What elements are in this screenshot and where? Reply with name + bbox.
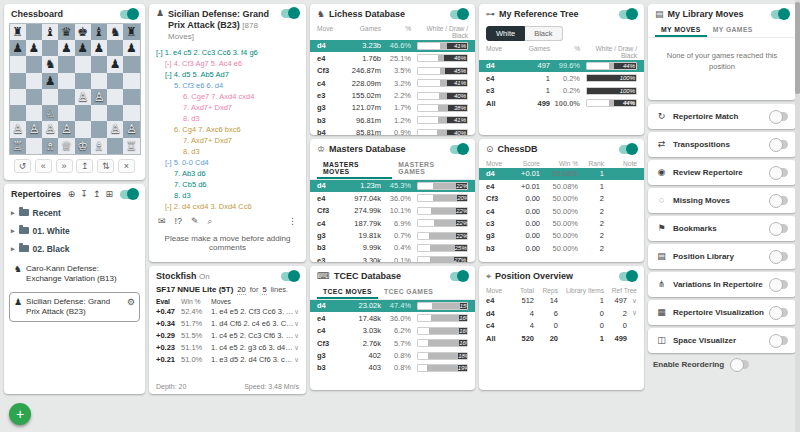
lichess-toggle[interactable]	[450, 10, 468, 19]
moves-table-row[interactable]: c43.03k6.2%16%	[310, 325, 475, 337]
square-d2[interactable]: ♙	[58, 121, 74, 137]
library-tab-my-games[interactable]: MY GAMES	[707, 23, 759, 37]
square-g6[interactable]: ♟	[107, 56, 123, 72]
square-d6[interactable]	[58, 56, 74, 72]
square-a6[interactable]	[10, 56, 26, 72]
square-e6[interactable]	[75, 56, 91, 72]
chessdb-row[interactable]: d4+0.0150.08%1	[479, 168, 644, 180]
side-panel-review-repertoire[interactable]: ◉Review Repertoire	[648, 160, 796, 185]
flip-board-button[interactable]: ⇅	[97, 159, 114, 173]
square-f6[interactable]	[91, 56, 107, 72]
square-b7[interactable]: ♟	[26, 40, 42, 56]
stockfish-toggle[interactable]	[281, 272, 299, 281]
white-toggle-button[interactable]: White	[486, 26, 525, 41]
square-a3[interactable]	[10, 105, 26, 121]
jump-end-button[interactable]: ↥	[76, 159, 93, 173]
square-c5[interactable]: ♟	[42, 73, 58, 89]
comment-icon[interactable]: ✉	[158, 217, 166, 226]
search-icon[interactable]: ⌕	[208, 217, 213, 226]
clear-button[interactable]: ×	[118, 159, 135, 173]
square-a8[interactable]: ♜	[10, 24, 26, 40]
overview-row[interactable]: c44000	[479, 320, 644, 332]
square-h1[interactable]: ♖	[123, 138, 139, 154]
repertoire-item-caro-kann-defense-exchange-variation-b13-[interactable]: ♞Caro-Kann Defense: Exchange Variation (…	[9, 259, 140, 290]
forward-button[interactable]: »	[56, 159, 73, 173]
square-f8[interactable]: ♝	[91, 24, 107, 40]
chessdb-row[interactable]: g30.0050.00%2	[479, 230, 644, 242]
chevron-down-icon[interactable]: ∨	[294, 356, 299, 364]
square-g5[interactable]	[107, 73, 123, 89]
square-f1[interactable]: ♗	[91, 138, 107, 154]
square-g8[interactable]: ♞	[107, 24, 123, 40]
engine-line[interactable]: +0.2951.5%1. c4 e5 2. Cc3 Cf6 3. Cf3 Cc6…	[149, 330, 306, 342]
square-h7[interactable]: ♟	[123, 40, 139, 56]
repertoire-item-sicilian-defense-grand-prix-attack-b23-[interactable]: ♟Sicilian Defense: Grand Prix Attack (B2…	[9, 292, 140, 323]
tree-line[interactable]: [-] 5. 0-0 Cd4	[156, 157, 299, 168]
tree-line[interactable]: 7. Ab3 d6	[156, 168, 299, 179]
tree-line[interactable]: 6. Cg4 7. Axc6 bxc6	[156, 124, 299, 135]
side-panel-variations-in-repertoire[interactable]: ⋔Variations In Repertoire	[648, 272, 796, 297]
gear-icon[interactable]: ⚙	[127, 297, 135, 307]
moves-table-row[interactable]: b34030.8%19%	[310, 362, 475, 374]
square-e8[interactable]: ♚	[75, 24, 91, 40]
chessboard-toggle[interactable]	[120, 10, 138, 19]
tree-line[interactable]: [-] 1. e4 c5 2. Cc3 Cc6 3. f4 g6	[156, 47, 299, 58]
square-b5[interactable]	[26, 73, 42, 89]
moves-table-row[interactable]: g3121.07m1.7%38%	[310, 102, 475, 114]
masters-toggle[interactable]	[450, 145, 468, 154]
moves-table-row[interactable]: All499100.0%44%	[479, 97, 644, 109]
square-h3[interactable]	[123, 105, 139, 121]
scrollbar-thumb[interactable]	[795, 2, 800, 94]
tcec-toggle[interactable]	[450, 272, 468, 281]
masters-tab-masters-games[interactable]: MASTERS GAMES	[392, 158, 468, 179]
moves-table-row[interactable]: e4977.04k36.0%20%	[310, 192, 475, 204]
square-c2[interactable]: ♙	[42, 121, 58, 137]
moves-table-row[interactable]: b485.81m0.9%40%	[310, 127, 475, 135]
square-e4[interactable]: ♙	[75, 89, 91, 105]
moves-table-row[interactable]: b39.99k0.4%25%	[310, 242, 475, 254]
square-h8[interactable]: ♜	[123, 24, 139, 40]
missing-moves-toggle[interactable]	[770, 196, 788, 205]
chevron-down-icon[interactable]: ∨	[627, 309, 637, 317]
move-tree-toggle[interactable]	[281, 9, 299, 18]
side-panel-position-library[interactable]: ▤Position Library	[648, 244, 796, 269]
tree-line[interactable]: 8. d3	[156, 146, 299, 157]
square-f2[interactable]	[91, 121, 107, 137]
square-d1[interactable]: ♕	[58, 138, 74, 154]
tree-line[interactable]: 8. d3	[156, 113, 299, 124]
overview-row[interactable]: d44602∨	[479, 307, 644, 319]
repertoires-toggle[interactable]	[120, 190, 138, 199]
tree-line[interactable]: [-] 4. Cf3 Ag7 5. Ac4 e6	[156, 58, 299, 69]
back-button[interactable]: «	[35, 159, 52, 173]
tree-line[interactable]: 5. Cf3 e6 6. d4	[156, 80, 299, 91]
square-e7[interactable]: ♟	[75, 40, 91, 56]
new-repertoire-fab[interactable]: +	[9, 403, 31, 425]
side-panel-space-visualizer[interactable]: ◫Space Visualizer	[648, 328, 796, 353]
chevron-down-icon[interactable]: ∨	[294, 308, 299, 316]
square-g3[interactable]	[107, 105, 123, 121]
square-g4[interactable]	[107, 89, 123, 105]
moves-table-row[interactable]: e41.76b25.1%46%	[310, 52, 475, 64]
square-b6[interactable]	[26, 56, 42, 72]
moves-table-row[interactable]: c4187.79k6.9%22%	[310, 217, 475, 229]
square-h6[interactable]	[123, 56, 139, 72]
square-b8[interactable]	[26, 24, 42, 40]
square-c7[interactable]	[42, 40, 58, 56]
moves-table-row[interactable]: e417.48k36.0%16%	[310, 312, 475, 324]
square-b3[interactable]	[26, 105, 42, 121]
side-panel-missing-moves[interactable]: ◌Missing Moves	[648, 188, 796, 213]
tcec-tab-tcec-games[interactable]: TCEC GAMES	[378, 285, 439, 299]
tree-line[interactable]: 8. d3	[156, 190, 299, 201]
enable-reordering-toggle[interactable]	[731, 360, 749, 369]
kebab-menu-icon[interactable]: ⋮	[288, 217, 297, 226]
chessdb-toggle[interactable]	[619, 145, 637, 154]
square-f5[interactable]	[91, 73, 107, 89]
square-h2[interactable]: ♙	[123, 121, 139, 137]
square-a2[interactable]: ♙	[10, 121, 26, 137]
square-g1[interactable]	[107, 138, 123, 154]
folder-01-white[interactable]: ▸01. White	[9, 223, 140, 239]
transpositions-toggle[interactable]	[770, 140, 788, 149]
moves-table-row[interactable]: Cf3274.99k10.1%22%	[310, 205, 475, 217]
moves-table-row[interactable]: d423.02k47.4%15%	[310, 300, 475, 312]
add-repertoire-button[interactable]: ⊕	[68, 190, 76, 199]
